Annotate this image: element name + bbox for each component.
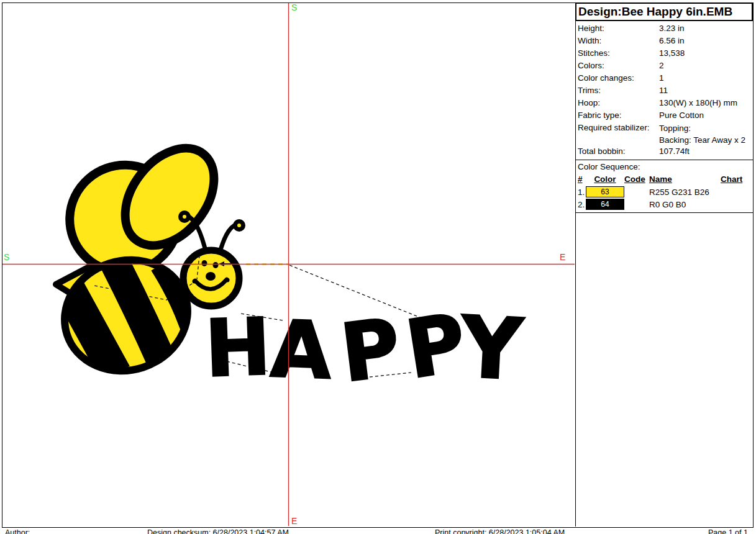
- design-title: Design:Bee Happy 6in.EMB: [575, 2, 753, 21]
- color-number: 2.: [578, 200, 586, 209]
- property-label: Fabric type:: [578, 109, 659, 122]
- color-sequence-column-header: Chart: [721, 173, 753, 185]
- property-row: Trims:11: [578, 84, 753, 97]
- property-row: Total bobbin:107.74ft: [578, 145, 753, 158]
- happy-letter: P: [336, 301, 405, 400]
- property-label: Stitches:: [578, 47, 659, 60]
- embroidery-canvas: HAPPY S S E E: [2, 3, 575, 527]
- start-marker-top: S: [291, 3, 297, 12]
- end-marker-right: E: [560, 252, 565, 262]
- color-sequence-header: #ColorCodeNameChart: [578, 173, 753, 185]
- color-name: R255 G231 B26: [649, 188, 721, 197]
- property-value: Topping:Backing: Tear Away x 2: [659, 122, 753, 145]
- property-value: 130(W) x 180(H) mm: [659, 97, 753, 109]
- property-value: 13,538: [659, 47, 753, 60]
- property-label: Trims:: [578, 84, 659, 97]
- color-sequence-rows: 1.63R255 G231 B262.64R0 G0 B0: [578, 186, 753, 210]
- footer-author: Author:: [5, 528, 30, 534]
- property-label: Width:: [578, 35, 659, 47]
- antenna-knob-hole: [183, 215, 186, 219]
- property-label: Height:: [578, 22, 659, 35]
- color-sequence-column-header: Color: [594, 173, 616, 185]
- color-sequence-row: 2.64R0 G0 B0: [578, 199, 753, 210]
- property-label: Hoop:: [578, 97, 659, 109]
- color-sequence-section: Color Sequence: #ColorCodeNameChart 1.63…: [576, 160, 753, 213]
- property-row: Stitches:13,538: [578, 47, 753, 60]
- happy-lettering: HAPPY: [204, 296, 526, 400]
- color-sequence-row: 1.63R255 G231 B26: [578, 186, 753, 197]
- happy-letter: H: [204, 301, 273, 395]
- property-row: Colors:2: [578, 60, 753, 72]
- property-label: Total bobbin:: [578, 145, 659, 158]
- footer-checksum: Design checksum: 6/28/2023 1:04:57 AM: [147, 528, 289, 534]
- bee-body: [50, 244, 203, 386]
- property-value: 11: [659, 84, 753, 97]
- property-row: Width:6.56 in: [578, 35, 753, 47]
- property-value: 3.23 in: [659, 22, 753, 35]
- color-sequence-column-header: #: [578, 173, 586, 185]
- property-row: Fabric type:Pure Cotton: [578, 109, 753, 122]
- design-properties-table: Height:3.23 inWidth:6.56 inStitches:13,5…: [576, 21, 753, 160]
- color-sequence-column-header: Name: [649, 173, 721, 185]
- happy-letter: A: [269, 303, 333, 396]
- property-label: Colors:: [578, 60, 659, 72]
- color-swatch: 63: [586, 186, 624, 197]
- color-name: R0 G0 B0: [649, 200, 721, 209]
- property-row: Height:3.23 in: [578, 22, 753, 35]
- color-sequence-title: Color Sequence:: [578, 161, 753, 172]
- property-value: Pure Cotton: [659, 109, 753, 122]
- color-sequence-column-header: Code: [624, 173, 649, 185]
- property-row: Hoop:130(W) x 180(H) mm: [578, 97, 753, 109]
- happy-letter: Y: [457, 298, 526, 399]
- end-marker-bottom: E: [291, 516, 297, 526]
- property-value: 1: [659, 72, 753, 84]
- property-value: 6.56 in: [659, 35, 753, 47]
- property-value: 107.74ft: [659, 145, 753, 158]
- footer-copyright: Print copyright: 6/28/2023 1:05:04 AM: [435, 528, 565, 534]
- antenna-knob-hole: [237, 224, 241, 227]
- property-label: Color changes:: [578, 72, 659, 84]
- crosshair: [2, 3, 575, 526]
- print-preview-page: HAPPY S S E E Design:Bee Happy 6in.EMB H…: [0, 0, 756, 534]
- property-row: Required stabilizer:Topping:Backing: Tea…: [578, 122, 753, 145]
- property-row: Color changes:1: [578, 72, 753, 84]
- color-number: 1.: [578, 188, 586, 197]
- footer-page-number: Page 1 of 1: [708, 528, 748, 534]
- color-swatch: 64: [586, 199, 624, 210]
- design-info-panel: Design:Bee Happy 6in.EMB Height:3.23 inW…: [576, 2, 753, 527]
- start-marker-left: S: [4, 252, 9, 262]
- property-value: 2: [659, 60, 753, 72]
- property-label: Required stabilizer:: [578, 122, 659, 145]
